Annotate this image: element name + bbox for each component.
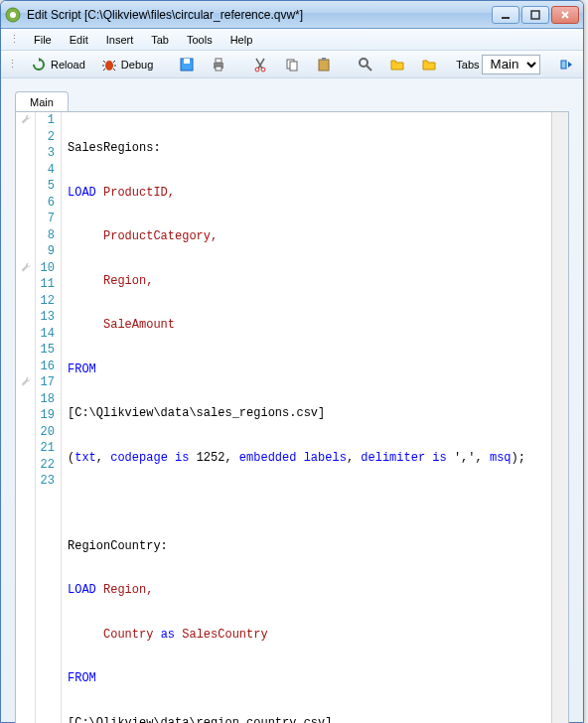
save-icon — [179, 57, 195, 72]
svg-rect-3 — [531, 11, 539, 19]
svg-point-11 — [261, 68, 265, 72]
cut-button[interactable] — [245, 54, 275, 75]
search-icon — [358, 57, 373, 72]
wrench-icon — [19, 113, 33, 127]
folder-icon — [389, 57, 405, 72]
svg-point-16 — [360, 59, 368, 67]
print-icon — [211, 57, 226, 72]
minimize-button[interactable] — [492, 6, 519, 24]
script-editor[interactable]: 1234567891011121314151617181920212223 Sa… — [15, 111, 569, 723]
code-content[interactable]: SalesRegions: LOAD ProductID, ProductCat… — [62, 112, 551, 723]
wrench-icon — [19, 375, 33, 389]
wrench-icon — [19, 261, 33, 275]
titlebar: Edit Script [C:\Qlikview\files\circular_… — [1, 1, 583, 29]
vertical-scrollbar[interactable] — [551, 112, 568, 723]
svg-rect-15 — [322, 58, 326, 61]
open-folder2-button[interactable] — [414, 54, 444, 75]
tab-nav2-button[interactable] — [584, 54, 588, 75]
debug-button[interactable]: Debug — [94, 54, 160, 75]
svg-point-10 — [255, 68, 259, 72]
menu-tab[interactable]: Tab — [143, 32, 177, 48]
save-button[interactable] — [172, 54, 202, 75]
menu-insert[interactable]: Insert — [98, 32, 142, 48]
paste-icon — [316, 57, 332, 72]
copy-icon — [284, 57, 300, 72]
reload-label: Reload — [51, 59, 85, 71]
menu-edit[interactable]: Edit — [62, 32, 96, 48]
svg-point-1 — [10, 12, 16, 18]
debug-label: Debug — [121, 59, 153, 71]
menu-tools[interactable]: Tools — [179, 32, 220, 48]
line-numbers: 1234567891011121314151617181920212223 — [36, 112, 62, 723]
svg-rect-6 — [184, 59, 190, 64]
menu-file[interactable]: File — [26, 32, 60, 48]
debug-icon — [101, 57, 117, 72]
close-button[interactable] — [551, 6, 579, 24]
svg-rect-14 — [319, 60, 329, 71]
marker-gutter — [16, 112, 36, 723]
menubar-grip-icon: ⋮ — [9, 33, 20, 46]
reload-button[interactable]: Reload — [24, 54, 92, 75]
tabs-select[interactable]: Main — [482, 55, 540, 74]
paste-button[interactable] — [309, 54, 339, 75]
search-button[interactable] — [351, 54, 380, 75]
window-title: Edit Script [C:\Qlikview\files\circular_… — [27, 8, 492, 22]
cut-icon — [252, 57, 268, 72]
svg-rect-17 — [561, 61, 566, 69]
folder-icon — [421, 57, 437, 72]
svg-point-4 — [105, 61, 113, 71]
toolbar: ⋮ Reload Debug Tabs Main — [1, 51, 583, 78]
app-icon — [5, 7, 21, 23]
reload-icon — [31, 57, 47, 72]
menubar: ⋮ File Edit Insert Tab Tools Help — [1, 29, 583, 51]
svg-rect-8 — [216, 59, 221, 63]
tabs-label: Tabs — [456, 59, 479, 71]
tab-left-icon — [559, 57, 575, 72]
open-folder-button[interactable] — [382, 54, 412, 75]
toolbar-grip-icon: ⋮ — [7, 58, 18, 71]
script-tab-main[interactable]: Main — [15, 91, 69, 112]
svg-rect-13 — [290, 62, 297, 71]
print-button[interactable] — [204, 54, 233, 75]
svg-rect-9 — [216, 67, 221, 71]
maximize-button[interactable] — [521, 6, 549, 24]
tab-nav1-button[interactable] — [552, 54, 582, 75]
menu-help[interactable]: Help — [222, 32, 261, 48]
copy-button[interactable] — [277, 54, 307, 75]
svg-rect-2 — [502, 17, 510, 19]
